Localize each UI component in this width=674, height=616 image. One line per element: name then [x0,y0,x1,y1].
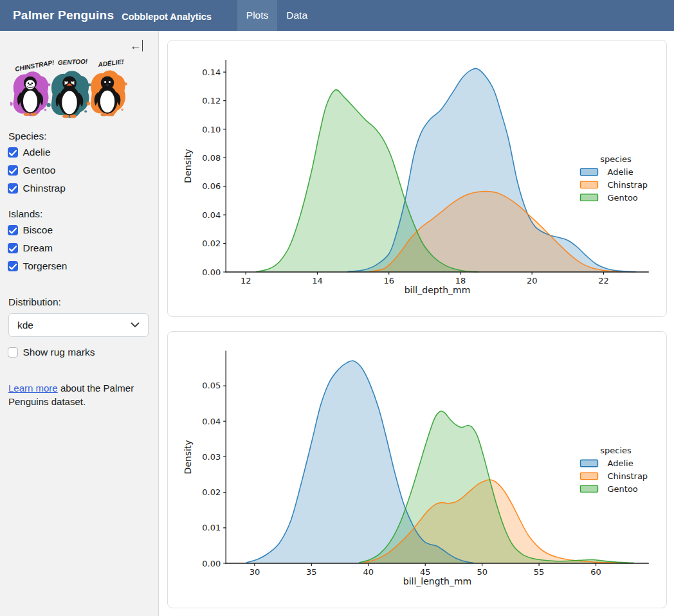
show-rug-checkbox-row[interactable]: Show rug marks [8,347,148,358]
penguins-artwork-image: CHINSTRAP!GENTOO!ADÉLIE! [10,58,148,119]
artwork-label-chinstrap: CHINSTRAP! [14,59,55,73]
islands-checkbox-torgersen[interactable] [8,261,18,271]
svg-text:species: species [600,446,632,455]
svg-text:0.04: 0.04 [202,417,221,426]
islands-label: Islands: [8,208,148,220]
sidebar-footer-note: Learn more about the Palmer Penguins dat… [8,381,140,408]
sidebar-collapse-button[interactable]: ← [130,40,143,51]
svg-text:bill_length_mm: bill_length_mm [403,576,471,586]
kde-plot-bill-length: 303540455055600.000.010.020.030.040.05bi… [168,332,666,608]
species-checkbox-adelie[interactable] [8,147,18,158]
islands-label-torgersen: Torgersen [23,260,68,272]
svg-text:35: 35 [306,567,317,577]
svg-text:Gentoo: Gentoo [608,484,638,494]
svg-text:0.12: 0.12 [202,96,221,105]
species-row-adelie[interactable]: Adelie [8,147,148,158]
svg-text:Density: Density [183,440,193,474]
nav-tabs: PlotsData [237,0,316,31]
species-checkbox-chinstrap[interactable] [8,183,18,194]
svg-text:0.01: 0.01 [202,523,221,532]
species-row-chinstrap[interactable]: Chinstrap [8,183,148,194]
islands-row-dream[interactable]: Dream [8,243,148,253]
species-label-chinstrap: Chinstrap [23,183,66,194]
svg-text:0.02: 0.02 [202,239,221,248]
species-label-adelie: Adelie [23,147,51,158]
main-content: 1214161820220.000.020.040.060.080.100.12… [159,31,674,616]
svg-text:bill_depth_mm: bill_depth_mm [405,285,471,295]
svg-text:0.08: 0.08 [202,153,221,163]
show-rug-checkbox[interactable] [8,347,18,358]
kde-plot-bill-depth: 1214161820220.000.020.040.060.080.100.12… [168,41,666,316]
svg-text:0.03: 0.03 [202,452,221,462]
islands-label-dream: Dream [23,242,53,254]
navbar: Palmer Penguins Cobblepot Analytics Plot… [0,0,674,31]
islands-row-biscoe[interactable]: Biscoe [8,225,148,235]
svg-text:0.14: 0.14 [202,68,221,77]
artwork-label-gentoo: GENTOO! [58,58,89,66]
species-row-gentoo[interactable]: Gentoo [8,165,148,176]
svg-text:Chinstrap: Chinstrap [608,180,648,190]
svg-text:55: 55 [534,567,545,577]
svg-text:Adelie: Adelie [608,458,633,468]
distribution-select[interactable]: kde [8,313,149,337]
show-rug-label: Show rug marks [23,347,95,358]
svg-text:20: 20 [527,276,538,285]
collapse-arrow-icon: ← [130,40,141,51]
svg-text:14: 14 [312,276,323,285]
svg-text:12: 12 [241,276,251,285]
species-label: Species: [8,131,148,142]
svg-text:16: 16 [383,276,394,285]
svg-text:0.04: 0.04 [202,210,221,220]
svg-text:0.00: 0.00 [202,267,221,277]
svg-text:45: 45 [420,567,431,577]
species-checkbox-gentoo[interactable] [8,165,18,176]
species-label-gentoo: Gentoo [23,165,56,176]
app-title: Palmer Penguins [13,8,114,23]
plot-card-bill-length: 303540455055600.000.010.020.030.040.05bi… [167,331,667,608]
artwork-label-adelie: ADÉLIE! [97,58,125,68]
svg-text:0.06: 0.06 [202,181,221,191]
app-subtitle: Cobblepot Analytics [122,12,212,22]
svg-text:0.00: 0.00 [202,559,221,568]
distribution-selected-value: kde [17,320,33,331]
sidebar: ← CHINSTRAP!GENTOO!ADÉLIE! Species: Adel… [0,31,159,616]
svg-text:0.02: 0.02 [202,487,221,497]
islands-label-biscoe: Biscoe [23,224,53,236]
learn-more-link[interactable]: Learn more [8,383,58,394]
svg-text:0.10: 0.10 [202,125,221,134]
plot-card-bill-depth: 1214161820220.000.020.040.060.080.100.12… [167,40,667,317]
svg-text:species: species [600,154,632,164]
svg-text:Gentoo: Gentoo [608,193,638,203]
islands-checkbox-dream[interactable] [8,243,18,253]
nav-tab-data[interactable]: Data [277,0,316,31]
svg-text:Chinstrap: Chinstrap [608,471,648,481]
islands-row-torgersen[interactable]: Torgersen [8,261,148,271]
svg-text:22: 22 [598,276,609,285]
svg-text:0.05: 0.05 [202,381,221,390]
chevron-down-icon [131,322,140,328]
navbar-brand: Palmer Penguins Cobblepot Analytics [0,0,212,31]
svg-text:60: 60 [590,567,601,577]
islands-checkbox-biscoe[interactable] [8,225,18,235]
svg-text:18: 18 [455,276,466,285]
distribution-label: Distribution: [8,296,148,308]
svg-text:30: 30 [250,567,260,577]
nav-tab-plots[interactable]: Plots [237,0,277,31]
svg-text:Adelie: Adelie [608,167,633,177]
svg-text:50: 50 [477,567,487,577]
svg-text:Density: Density [183,149,193,183]
svg-text:40: 40 [363,567,374,577]
